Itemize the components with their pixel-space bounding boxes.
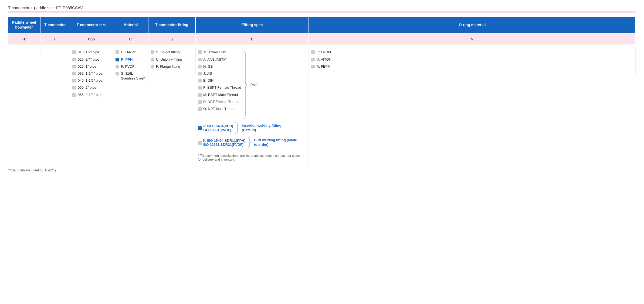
options-paddle (8, 47, 40, 53)
header-row: Paddle wheel flowmeter T-connector T-con… (8, 17, 636, 33)
oring-option-A: A: FEPM (311, 64, 633, 69)
options-tconnector (40, 47, 70, 53)
value-fitting: S (148, 33, 196, 44)
fspec-pvc-option-T: T: Taiwan CNS (198, 50, 241, 55)
fspec-iso-option-5: 5: ISO 15494 SDR11(PPH)ISO 10931 SDR21(P… (198, 137, 306, 148)
header-size: T-connector size (70, 17, 113, 33)
fspec-pvc-option-Q: Q: NPT Male Thread (198, 106, 241, 111)
fspec-pvc-option-J: J: JIS (198, 71, 241, 76)
fspec-pvc-option-F: F: BSPT Female Thread (198, 85, 241, 90)
options-row: 016: 1/2" pipe020: 3/4" pipe025: 1" pipe… (8, 47, 636, 164)
value-fspec: 6 (196, 33, 309, 44)
header-material: Material (113, 17, 148, 33)
fspec-pvc-option-R: R: NPT Female Thread (198, 99, 241, 104)
material-option-F: F: PVDF (116, 64, 146, 69)
value-tconnector: P (40, 33, 70, 44)
header-fitting: T-connector fitting (148, 17, 196, 33)
fitting-option-U: U: Union + fitting (151, 57, 193, 62)
fspec-footnote: * The common specifications are listed a… (198, 154, 300, 161)
size-option-025: 025: 1" pipe (72, 64, 111, 69)
options-size: 016: 1/2" pipe020: 3/4" pipe025: 1" pipe… (70, 47, 113, 102)
header-paddle: Paddle wheel flowmeter (8, 17, 40, 33)
value-paddle: FP (8, 33, 40, 44)
fspec-pvc-option-E: E: DIN (198, 78, 241, 83)
header-fspec: Fitting spec (196, 17, 309, 33)
red-divider (8, 12, 636, 12)
main-table: Paddle wheel flowmeter T-connector T-con… (8, 17, 636, 164)
value-oring: V (309, 33, 636, 44)
options-oring: E: EPDMV: VITONA: FEPM (309, 47, 636, 74)
material-option-S: S: 316L Stainless Steel* (116, 71, 146, 81)
pvc-brace-svg (242, 50, 249, 120)
size-option-020: 020: 3/4" pipe (72, 57, 111, 62)
oring-option-E: E: EPDM (311, 50, 633, 55)
size-option-040: 040: 1-1/2" pipe (72, 78, 111, 83)
value-row: FP P 065 C S 6 V (8, 33, 636, 44)
value-size: 065 (70, 33, 113, 44)
pvc-brace-area: T: Taiwan CNSA: ANSI/ASTMN: GBJ: JISE: D… (198, 50, 306, 120)
size-option-032: 032: 1-1/4" pipe (72, 71, 111, 76)
size-option-065: 065: 2-1/2" pipe (72, 92, 111, 97)
fspec-pvc-option-A: A: ANSI/ASTM (198, 57, 241, 62)
header-oring: O-ring material (309, 17, 636, 33)
fitting-option-S: S: Spigot fitting (151, 50, 193, 55)
fspec-pvc-option-N: N: GB (198, 64, 241, 69)
bottom-note: *316L Stainless Steel (ETA 2021) (8, 168, 636, 172)
oring-option-V: V: VITON (311, 57, 633, 62)
size-option-050: 050: 2" pipe (72, 85, 111, 90)
page-title: T-connector + paddle set : FP-P065CSAV (8, 5, 636, 10)
fspec-iso-option-6: 6: ISO 15494(PPH)ISO 10931(PVDF)Insertio… (198, 122, 306, 134)
pvc-label: PVC (249, 50, 258, 120)
material-option-P: P: PPH (116, 57, 146, 62)
iso-options: 6: ISO 15494(PPH)ISO 10931(PVDF)Insertio… (198, 122, 306, 151)
fitting-option-F: F: Flange fitting (151, 64, 193, 69)
options-material: C: U-PVCP: PPHF: PVDFS: 316L Stainless S… (113, 47, 148, 86)
fspec-pvc-option-M: M: BSPT Male Thread (198, 92, 241, 97)
material-option-C: C: U-PVC (116, 50, 146, 55)
value-material: C (113, 33, 148, 44)
options-fitting: S: Spigot fittingU: Union + fittingF: Fl… (148, 47, 196, 74)
size-option-016: 016: 1/2" pipe (72, 50, 111, 55)
pvc-items: T: Taiwan CNSA: ANSI/ASTMN: GBJ: JISE: D… (198, 50, 241, 120)
options-fspec: T: Taiwan CNSA: ANSI/ASTMN: GBJ: JISE: D… (196, 47, 309, 164)
header-tconnector: T-connector (40, 17, 70, 33)
